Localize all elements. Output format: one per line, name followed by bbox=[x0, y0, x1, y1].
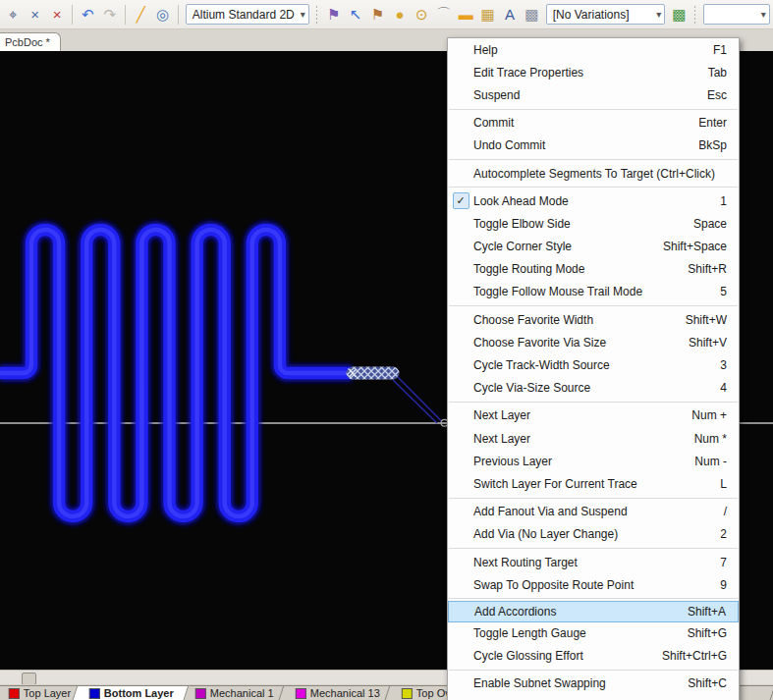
menu-item-toggle-elbow-side[interactable]: Toggle Elbow SideSpace bbox=[448, 212, 739, 235]
menu-item-label: Add Fanout Via and Suspend bbox=[473, 505, 724, 518]
menu-item-suspend[interactable]: SuspendEsc bbox=[448, 83, 739, 106]
menu-item-shortcut: BkSp bbox=[698, 138, 739, 152]
menu-item-label: Cycle Glossing Effort bbox=[473, 649, 662, 663]
route-differential-pair-icon[interactable]: ⚑ bbox=[367, 4, 387, 26]
menu-item-label: Look Ahead Mode bbox=[473, 194, 720, 208]
menu-item-switch-layer-for-current-trace[interactable]: Switch Layer For Current TraceL bbox=[448, 472, 739, 495]
pad-array-icon[interactable]: ▦ bbox=[477, 4, 497, 26]
menu-item-toggle-follow-mouse-trail-mode[interactable]: Toggle Follow Mouse Trail Mode5 bbox=[448, 281, 739, 303]
chevron-down-icon[interactable]: ▾ bbox=[761, 9, 766, 20]
place-text-icon[interactable]: A bbox=[500, 4, 520, 26]
layer-tab-label: Mechanical 1 bbox=[210, 687, 274, 699]
menu-item-shortcut: 2 bbox=[720, 527, 739, 541]
menu-item-next-layer[interactable]: Next LayerNum * bbox=[448, 427, 739, 450]
menu-item-swap-to-opposite-route-point[interactable]: Swap To Opposite Route Point9 bbox=[448, 573, 739, 596]
menu-item-label: Toggle Routing Mode bbox=[473, 262, 688, 276]
menu-item-label: Enable Subnet Swapping bbox=[473, 676, 688, 690]
snap-grid-icon[interactable]: ⌖ bbox=[3, 4, 23, 26]
layer-tab-mechanical-1[interactable]: Mechanical 1 bbox=[179, 685, 290, 700]
menu-item-shortcut: 3 bbox=[720, 358, 739, 372]
toolbar-separator bbox=[125, 5, 126, 25]
menu-item-label: Commit bbox=[473, 116, 698, 130]
menu-item-shortcut: Enter bbox=[698, 116, 739, 130]
menu-item-label: Undo Commit bbox=[473, 138, 698, 152]
menu-item-enable-subnet-swapping[interactable]: Enable Subnet SwappingShift+C bbox=[448, 673, 739, 695]
menu-item-shortcut: / bbox=[724, 505, 739, 518]
menu-item-cycle-track-width-source[interactable]: Cycle Track-Width Source3 bbox=[448, 353, 739, 376]
clear-violations-icon[interactable]: × bbox=[47, 4, 67, 26]
menu-item-toggle-length-gauge[interactable]: Toggle Length GaugeShift+G bbox=[448, 622, 739, 645]
layer-color-swatch bbox=[89, 688, 100, 699]
menu-item-cycle-corner-style[interactable]: Cycle Corner StyleShift+Space bbox=[448, 236, 739, 258]
menu-item-help[interactable]: HelpF1 bbox=[448, 38, 739, 61]
place-arc-icon[interactable]: ⌒ bbox=[434, 4, 454, 26]
menu-item-label: Choose Favorite Via Size bbox=[473, 336, 689, 350]
menu-item-add-accordions[interactable]: Add AccordionsShift+A bbox=[448, 601, 739, 621]
toolbar-separator bbox=[178, 5, 179, 25]
menu-item-choose-favorite-width[interactable]: Choose Favorite WidthShift+W bbox=[448, 308, 739, 331]
interactive-routing-icon[interactable]: ⚑ bbox=[323, 4, 343, 26]
undo-icon[interactable]: ↶ bbox=[78, 4, 97, 26]
place-component-icon[interactable]: ▩ bbox=[522, 4, 541, 26]
menu-item-cycle-via-size-source[interactable]: Cycle Via-Size Source4 bbox=[448, 377, 739, 400]
menu-item-shortcut: 9 bbox=[720, 578, 739, 592]
menu-item-label: Toggle Length Gauge bbox=[473, 626, 688, 640]
lookahead-guide-lines bbox=[393, 377, 442, 424]
break-track-icon[interactable]: × bbox=[25, 4, 44, 26]
pencil-wand-icon[interactable]: ╱ bbox=[131, 4, 150, 26]
menu-item-previous-layer[interactable]: Previous LayerNum - bbox=[448, 450, 739, 472]
toolbar-drag-handle[interactable] bbox=[315, 5, 320, 25]
redo-icon[interactable]: ↷ bbox=[100, 4, 120, 26]
menu-item-look-ahead-mode[interactable]: ✓Look Ahead Mode1 bbox=[448, 189, 739, 212]
menu-item-undo-commit[interactable]: Undo CommitBkSp bbox=[448, 135, 739, 157]
menu-item-add-fanout-via-and-suspend[interactable]: Add Fanout Via and Suspend/ bbox=[448, 501, 739, 523]
menu-item-shortcut: Shift+W bbox=[686, 313, 739, 327]
menu-item-shortcut: Shift+G bbox=[688, 626, 739, 640]
menu-item-next-routing-target[interactable]: Next Routing Target7 bbox=[448, 551, 739, 573]
menu-item-shortcut: Num + bbox=[691, 408, 739, 422]
layer-tab-top-layer[interactable]: Top Layer bbox=[0, 685, 83, 700]
menu-item-choose-favorite-via-size[interactable]: Choose Favorite Via SizeShift+V bbox=[448, 331, 739, 353]
menu-item-shortcut: Esc bbox=[707, 88, 739, 102]
menu-item-commit[interactable]: CommitEnter bbox=[448, 112, 739, 135]
place-pin-icon[interactable]: ⊙ bbox=[412, 4, 431, 26]
menu-item-label: Switch Layer For Current Trace bbox=[473, 477, 720, 491]
menu-item-next-layer[interactable]: Next LayerNum + bbox=[448, 404, 739, 427]
filter-icon[interactable]: ◎ bbox=[152, 4, 172, 26]
menu-item-label: Swap To Opposite Route Point bbox=[473, 578, 720, 592]
menu-item-shortcut: Shift+Space bbox=[663, 240, 739, 253]
toolbar-drag-handle[interactable] bbox=[693, 5, 698, 25]
place-fill-icon[interactable]: ▬ bbox=[456, 4, 475, 26]
menu-item-label: Suspend bbox=[473, 88, 707, 102]
menu-item-cycle-glossing-effort[interactable]: Cycle Glossing EffortShift+Ctrl+G bbox=[448, 645, 739, 668]
unnamed-combo[interactable]: ▾ bbox=[703, 4, 770, 25]
view-configuration-combo[interactable]: Altium Standard 2D▾ bbox=[186, 4, 309, 25]
menu-item-shortcut: 5 bbox=[720, 285, 739, 298]
menu-item-label: Cycle Corner Style bbox=[473, 240, 663, 253]
variations-combo[interactable]: [No Variations]▾ bbox=[546, 4, 666, 25]
menu-item-autocomplete-segments-to-target-ctrl-click[interactable]: Autocomplete Segments To Target (Ctrl+Cl… bbox=[448, 162, 739, 185]
menu-item-label: Next Layer bbox=[473, 408, 691, 422]
embedded-board-icon[interactable]: ▩ bbox=[669, 4, 689, 26]
menu-item-toggle-routing-mode[interactable]: Toggle Routing ModeShift+R bbox=[448, 258, 739, 281]
checkmark-icon: ✓ bbox=[453, 192, 469, 209]
place-via-icon[interactable]: ● bbox=[390, 4, 410, 26]
menu-item-label: Previous Layer bbox=[473, 455, 694, 468]
chevron-down-icon[interactable]: ▾ bbox=[301, 9, 305, 20]
layer-tab-bottom-layer[interactable]: Bottom Layer bbox=[73, 685, 190, 700]
layer-tab-mechanical-13[interactable]: Mechanical 13 bbox=[279, 685, 396, 700]
menu-item-label: Add Via (No Layer Change) bbox=[473, 527, 720, 541]
layer-color-swatch bbox=[402, 688, 413, 699]
menu-item-edit-trace-properties[interactable]: Edit Trace PropertiesTab bbox=[448, 61, 739, 83]
context-menu: HelpF1Edit Trace PropertiesTabSuspendEsc… bbox=[447, 37, 740, 700]
layer-tab-label: Top Layer bbox=[24, 687, 71, 699]
menu-item-add-via-no-layer-change[interactable]: Add Via (No Layer Change)2 bbox=[448, 523, 739, 546]
layer-color-swatch bbox=[195, 688, 206, 699]
select-arrow-icon[interactable]: ↖ bbox=[346, 4, 365, 26]
menu-item-shortcut: 7 bbox=[720, 556, 739, 569]
menu-item-shortcut: F1 bbox=[713, 43, 739, 57]
menu-item-label: Toggle Follow Mouse Trail Mode bbox=[473, 285, 720, 298]
chevron-down-icon[interactable]: ▾ bbox=[656, 9, 661, 20]
menu-item-label: Choose Favorite Width bbox=[473, 313, 686, 327]
document-tab[interactable]: PcbDoc * bbox=[0, 32, 61, 52]
